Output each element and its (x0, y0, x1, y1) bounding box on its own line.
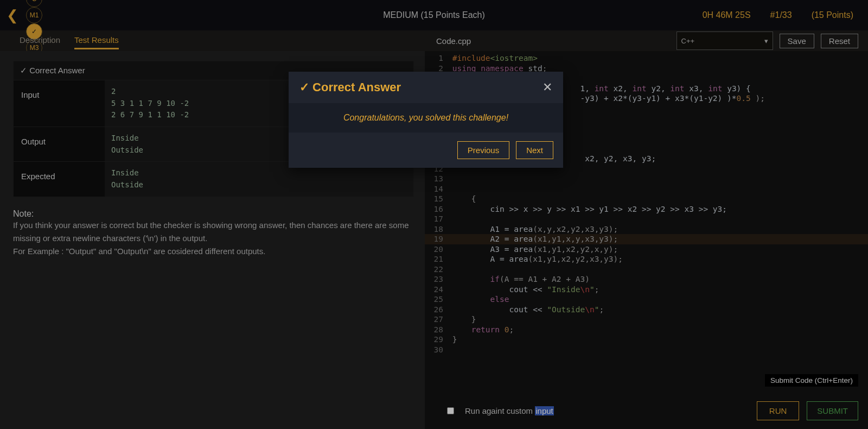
points: (15 Points) (812, 10, 853, 20)
tab-test-results[interactable]: Test Results (74, 32, 119, 49)
output-label: Output (14, 127, 105, 161)
modal-message: Congratulations, you solved this challen… (289, 103, 563, 133)
custom-input-checkbox[interactable] (447, 407, 454, 414)
run-button[interactable]: RUN (757, 401, 800, 420)
note-heading: Note: (13, 209, 414, 219)
modal-title: ✓ Correct Answer (299, 80, 401, 94)
expected-label: Expected (14, 162, 105, 196)
toolbar: Description Test Results C++ ▾ Save Rese… (0, 30, 868, 51)
custom-input-label: Run againt custom input (465, 406, 554, 415)
top-right-stats: 0H 46M 25S #1/33 (15 Points) (703, 10, 861, 20)
bottom-bar: Run againt custom input RUN SUBMIT (435, 392, 868, 429)
chevron-down-icon: ▾ (764, 37, 768, 45)
top-bar: ❮ ABCM1✓M3M4 MEDIUM (15 Points Each) 0H … (0, 0, 868, 30)
tab-description[interactable]: Description (20, 32, 60, 49)
note-line1: If you think your answer is correct but … (13, 219, 414, 245)
submit-tooltip: Submit Code (Ctrl+Enter) (765, 374, 858, 387)
nav-c[interactable]: C (26, 0, 42, 7)
input-label: Input (14, 80, 105, 127)
language-value: C++ (681, 37, 695, 45)
next-button[interactable]: Next (516, 141, 553, 159)
reset-button[interactable]: Reset (821, 34, 858, 48)
submit-button[interactable]: SUBMIT (807, 401, 858, 420)
progress: #1/33 (770, 10, 792, 20)
nav-m1[interactable]: M1 (26, 7, 42, 23)
note-line2: For Example : "Output" and "Output\n" ar… (13, 245, 414, 258)
back-icon[interactable]: ❮ (7, 7, 18, 24)
previous-button[interactable]: Previous (457, 141, 509, 159)
file-name: Code.cpp (436, 36, 471, 46)
save-button[interactable]: Save (780, 34, 814, 48)
close-icon[interactable]: ✕ (542, 80, 552, 94)
result-modal: ✓ Correct Answer ✕ Congratulations, you … (289, 72, 563, 168)
timer: 0H 46M 25S (703, 10, 751, 20)
language-select[interactable]: C++ ▾ (676, 31, 773, 50)
challenge-title: MEDIUM (15 Points Each) (383, 10, 485, 20)
